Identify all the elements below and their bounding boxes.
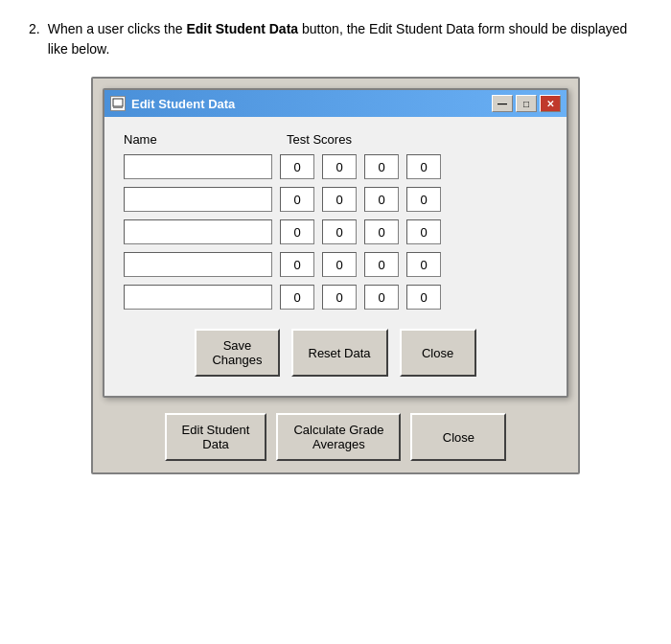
name-input-4[interactable] (124, 252, 272, 277)
modal-button-row: Save Changes Reset Data Close (124, 329, 547, 377)
score-input-2-4[interactable] (406, 187, 441, 212)
window-icon (110, 96, 126, 111)
modal-title: Edit Student Data (131, 97, 235, 111)
score-input-1-2[interactable] (322, 154, 357, 179)
score-input-4-2[interactable] (322, 252, 357, 277)
modal-title-left: Edit Student Data (110, 96, 235, 111)
edit-student-data-button[interactable]: Edit Student Data (165, 413, 267, 461)
bold-button-name: Edit Student Data (186, 21, 298, 36)
minimize-button[interactable]: — (492, 95, 513, 112)
score-input-4-1[interactable] (280, 252, 314, 277)
form-headers: Name Test Scores (124, 132, 547, 147)
outer-button-row: Edit Student Data Calculate Grade Averag… (93, 413, 578, 461)
instruction-number: 2. (29, 19, 40, 59)
score-input-3-1[interactable] (280, 219, 314, 244)
modal-controls: — □ ✕ (492, 95, 561, 112)
score-input-4-4[interactable] (406, 252, 441, 277)
score-input-1-1[interactable] (280, 154, 314, 179)
svg-rect-0 (113, 99, 123, 106)
svg-rect-1 (113, 106, 123, 108)
instruction-text: When a user clicks the Edit Student Data… (48, 19, 642, 59)
name-input-2[interactable] (124, 187, 272, 212)
score-input-2-3[interactable] (364, 187, 399, 212)
save-changes-button[interactable]: Save Changes (195, 329, 279, 377)
score-input-2-1[interactable] (280, 187, 314, 212)
score-input-5-2[interactable] (322, 285, 357, 310)
close-outer-button[interactable]: Close (410, 413, 506, 461)
maximize-button[interactable]: □ (516, 95, 537, 112)
instruction-block: 2. When a user clicks the Edit Student D… (29, 19, 642, 59)
score-input-2-2[interactable] (322, 187, 357, 212)
table-row (124, 154, 547, 179)
name-column-header: Name (124, 132, 277, 147)
close-window-button[interactable]: ✕ (540, 95, 561, 112)
modal-titlebar: Edit Student Data — □ ✕ (104, 90, 567, 117)
modal-window: Edit Student Data — □ ✕ Name Test Scores (103, 88, 568, 398)
scores-column-header: Test Scores (287, 132, 352, 147)
score-input-3-4[interactable] (406, 219, 441, 244)
score-input-5-3[interactable] (364, 285, 399, 310)
name-input-5[interactable] (124, 285, 272, 310)
score-input-4-3[interactable] (364, 252, 399, 277)
modal-body: Name Test Scores (104, 117, 567, 396)
table-row (124, 219, 547, 244)
table-row (124, 285, 547, 310)
table-row (124, 252, 547, 277)
score-input-5-4[interactable] (406, 285, 441, 310)
name-input-1[interactable] (124, 154, 272, 179)
calculate-grade-averages-button[interactable]: Calculate Grade Averages (276, 413, 401, 461)
name-input-3[interactable] (124, 219, 272, 244)
score-input-1-3[interactable] (364, 154, 399, 179)
outer-window: Edit Student Data — □ ✕ Name Test Scores (91, 77, 580, 474)
score-input-1-4[interactable] (406, 154, 441, 179)
score-input-5-1[interactable] (280, 285, 314, 310)
score-input-3-2[interactable] (322, 219, 357, 244)
table-row (124, 187, 547, 212)
reset-data-button[interactable]: Reset Data (291, 329, 388, 377)
close-form-button[interactable]: Close (400, 329, 476, 377)
score-input-3-3[interactable] (364, 219, 399, 244)
